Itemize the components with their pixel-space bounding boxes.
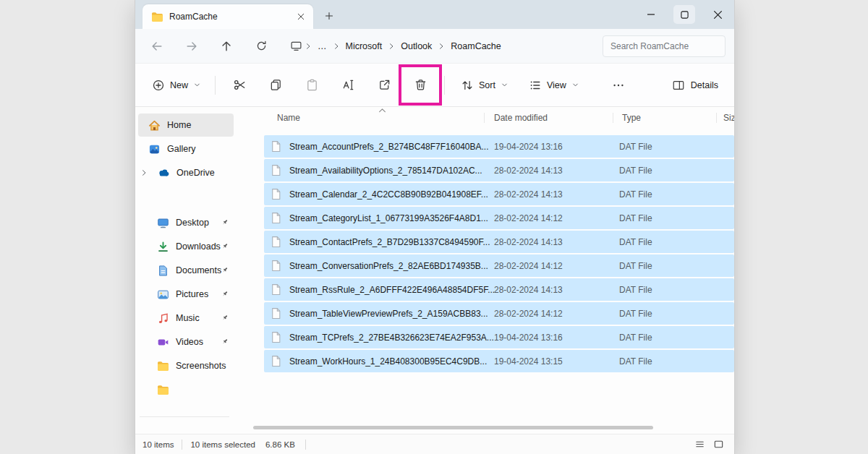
file-name: Stream_ContactPrefs_2_B7D29B1337C8494590… [289, 237, 490, 247]
breadcrumb-item-microsoft[interactable]: Microsoft [341, 38, 388, 55]
toolbar-divider [444, 76, 445, 95]
sidebar-item-gallery[interactable]: Gallery [138, 137, 234, 160]
sidebar-item-screenshots[interactable]: Screenshots [138, 354, 234, 377]
file-row[interactable]: Stream_TCPrefs_2_27BE4B326623E74EA2F953A… [251, 325, 734, 349]
sort-button[interactable]: Sort [454, 74, 516, 97]
delete-button[interactable] [406, 72, 435, 98]
pin-icon [220, 338, 229, 347]
paste-button[interactable] [297, 72, 326, 98]
column-divider[interactable] [716, 113, 717, 123]
rename-button[interactable] [333, 72, 362, 98]
file-row[interactable]: Stream_ConversationPrefs_2_82AE6BD174935… [251, 254, 734, 278]
column-divider[interactable] [484, 113, 485, 123]
tab-bar: RoamCache [135, 0, 734, 29]
breadcrumb-item-outlook[interactable]: Outlook [396, 38, 437, 55]
file-row[interactable]: Stream_AvailabilityOptions_2_785147DA102… [251, 158, 734, 182]
file-row-selection: Stream_ContactPrefs_2_B7D29B1337C8494590… [264, 231, 734, 253]
sidebar-section-gap [135, 185, 237, 210]
view-button-label: View [547, 80, 566, 90]
folder-icon [157, 384, 169, 396]
file-row[interactable]: Stream_AccountPrefs_2_B274BC48F7F16040BA… [251, 134, 734, 158]
sidebar-item-music[interactable]: Music [138, 307, 234, 330]
tab-close-icon[interactable] [294, 10, 307, 23]
details-view-toggle-button[interactable] [691, 437, 708, 453]
toolbar: New Sort View Details [135, 64, 734, 107]
file-name: Stream_ConversationPrefs_2_82AE6BD174935… [289, 261, 488, 271]
file-row-selection: Stream_AvailabilityOptions_2_785147DA102… [264, 159, 734, 181]
file-row-selection: Stream_AccountPrefs_2_B274BC48F7F16040BA… [264, 135, 734, 158]
selection-count: 10 items selected [190, 440, 255, 449]
desktop-background: { "colors": { "selection": "#cce9ff", "a… [0, 0, 868, 454]
file-date-modified: 28-02-2024 14:12 [494, 213, 563, 223]
details-button[interactable]: Details [665, 74, 726, 97]
delete-icon [414, 78, 427, 92]
selection-size: 6.86 KB [265, 440, 295, 449]
horizontal-scrollbar[interactable] [253, 426, 653, 429]
sidebar-item-documents[interactable]: Documents [138, 259, 234, 282]
new-button-label: New [170, 80, 188, 90]
breadcrumb-collapsed[interactable]: … [312, 38, 332, 55]
pin-icon [220, 266, 229, 275]
minimize-button[interactable] [634, 0, 668, 29]
file-type: DAT File [619, 333, 652, 343]
sidebar-item-desktop[interactable]: Desktop [138, 211, 234, 234]
plus-circle-icon [152, 79, 165, 92]
search-box[interactable] [603, 35, 726, 57]
share-button[interactable] [370, 72, 399, 98]
file-type: DAT File [619, 166, 652, 176]
thumbnail-view-toggle-button[interactable] [710, 437, 727, 453]
file-type: DAT File [619, 237, 652, 247]
thumbnail-view-icon [713, 439, 724, 450]
sidebar-item-downloads[interactable]: Downloads [138, 235, 234, 258]
chevron-right-icon [332, 43, 341, 50]
sidebar-item-home[interactable]: Home [138, 113, 234, 137]
file-row[interactable]: Stream_TableViewPreviewPrefs_2_A159ACBB8… [251, 301, 734, 325]
items-count: 10 items [142, 440, 174, 449]
sidebar-item-videos[interactable]: Videos [138, 330, 234, 354]
breadcrumb-item-roamcache[interactable]: RoamCache [446, 38, 506, 55]
new-tab-button[interactable] [319, 6, 339, 26]
refresh-button[interactable] [248, 34, 274, 59]
column-header-type[interactable]: Type [622, 113, 641, 123]
back-button[interactable] [144, 34, 170, 59]
sort-button-label: Sort [479, 80, 495, 90]
file-name: Stream_CategoryList_1_06773199A3526F4A8D… [289, 213, 488, 223]
sidebar-item-onedrive[interactable]: OneDrive [138, 161, 234, 184]
file-row[interactable]: Stream_Calendar_2_4C2CC8B90B92B041908EF.… [251, 182, 734, 206]
column-header-date-modified[interactable]: Date modified [494, 113, 548, 123]
desktop-icon [157, 217, 169, 229]
file-type: DAT File [619, 356, 652, 367]
column-divider[interactable] [613, 113, 613, 123]
this-pc-icon [290, 40, 302, 52]
sidebar-item-folder-10[interactable] [138, 378, 234, 401]
sidebar-item-label: Downloads [176, 241, 221, 252]
copy-button[interactable] [261, 72, 290, 98]
close-button[interactable] [701, 0, 734, 29]
file-row[interactable]: Stream_CategoryList_1_06773199A3526F4A8D… [251, 206, 734, 230]
column-headers: Name Date modified Type Size [251, 107, 734, 129]
forward-button[interactable] [179, 34, 205, 59]
new-button[interactable]: New [144, 74, 209, 97]
search-input[interactable] [610, 41, 718, 51]
file-date-modified: 28-02-2024 14:12 [494, 261, 563, 271]
file-row[interactable]: Stream_WorkHours_1_24B408300B95EC4C9DB..… [251, 349, 734, 373]
maximize-button[interactable] [668, 0, 701, 29]
view-button[interactable]: View [522, 74, 587, 97]
file-date-modified: 28-02-2024 14:13 [494, 189, 563, 200]
file-row[interactable]: Stream_RssRule_2_A6DFFF422E496A48854DF5F… [251, 278, 734, 301]
more-options-button[interactable] [604, 72, 633, 98]
up-button[interactable] [213, 34, 239, 59]
pin-icon [220, 290, 229, 299]
file-type: DAT File [619, 189, 652, 200]
documents-icon [157, 265, 169, 277]
cut-button[interactable] [225, 72, 254, 98]
chevron-right-icon [437, 43, 446, 50]
file-type: DAT File [619, 285, 652, 295]
file-row[interactable]: Stream_ContactPrefs_2_B7D29B1337C8494590… [251, 230, 734, 254]
column-header-size[interactable]: Size [723, 113, 734, 123]
file-name: Stream_WorkHours_1_24B408300B95EC4C9DB..… [289, 356, 487, 367]
tab-roamcache[interactable]: RoamCache [142, 4, 313, 29]
file-type: DAT File [619, 142, 652, 152]
column-header-name[interactable]: Name [277, 113, 300, 123]
sidebar-item-pictures[interactable]: Pictures [138, 283, 234, 306]
